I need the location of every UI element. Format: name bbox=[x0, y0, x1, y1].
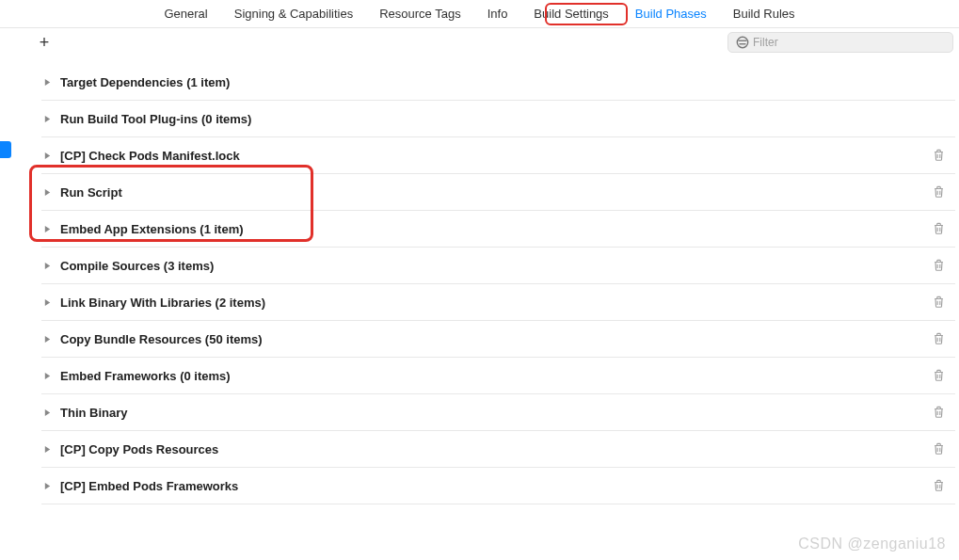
phase-label: Copy Bundle Resources (50 items) bbox=[60, 332, 931, 346]
phase-row[interactable]: [CP] Embed Pods Frameworks bbox=[41, 468, 955, 504]
selection-indicator bbox=[0, 141, 11, 158]
trash-icon[interactable] bbox=[931, 478, 946, 493]
phase-label: Thin Binary bbox=[60, 406, 931, 420]
filter-field-wrap[interactable] bbox=[727, 32, 953, 53]
phase-label: Embed App Extensions (1 item) bbox=[60, 222, 931, 236]
phase-label: [CP] Embed Pods Frameworks bbox=[60, 479, 931, 493]
phase-label: Embed Frameworks (0 items) bbox=[60, 369, 931, 383]
chevron-right-icon[interactable] bbox=[41, 76, 53, 88]
phase-row[interactable]: Run Build Tool Plug-ins (0 items) bbox=[41, 101, 955, 137]
phase-list: Target Dependencies (1 item)Run Build To… bbox=[41, 64, 955, 504]
phase-label: [CP] Check Pods Manifest.lock bbox=[60, 149, 931, 163]
trash-icon[interactable] bbox=[931, 258, 946, 273]
trash-icon[interactable] bbox=[931, 405, 946, 420]
trash-icon[interactable] bbox=[931, 368, 946, 383]
tab-build-settings[interactable]: Build Settings bbox=[520, 0, 622, 28]
phase-row[interactable]: [CP] Copy Pods Resources bbox=[41, 431, 955, 468]
left-gutter bbox=[0, 28, 14, 560]
phase-row[interactable]: Copy Bundle Resources (50 items) bbox=[41, 321, 955, 358]
trash-icon[interactable] bbox=[931, 184, 946, 200]
phase-label: Link Binary With Libraries (2 items) bbox=[60, 296, 931, 310]
chevron-right-icon[interactable] bbox=[41, 370, 53, 381]
trash-icon[interactable] bbox=[931, 295, 946, 310]
phase-row[interactable]: Embed App Extensions (1 item) bbox=[41, 211, 955, 248]
phase-label: Run Build Tool Plug-ins (0 items) bbox=[60, 112, 955, 126]
phase-row[interactable]: [CP] Check Pods Manifest.lock bbox=[41, 137, 955, 174]
content-area: + Target Dependencies (1 item)Run Build … bbox=[28, 28, 955, 504]
phase-label: Compile Sources (3 items) bbox=[60, 259, 931, 273]
phase-label: Run Script bbox=[60, 185, 931, 200]
phase-row[interactable]: Link Binary With Libraries (2 items) bbox=[41, 284, 955, 321]
chevron-right-icon[interactable] bbox=[41, 150, 53, 161]
chevron-right-icon[interactable] bbox=[41, 480, 53, 491]
tab-build-rules[interactable]: Build Rules bbox=[720, 0, 808, 28]
chevron-right-icon[interactable] bbox=[41, 296, 53, 308]
trash-icon[interactable] bbox=[931, 221, 946, 236]
phase-row[interactable]: Run Script bbox=[41, 174, 955, 211]
tab-build-phases[interactable]: Build Phases bbox=[622, 0, 720, 28]
tab-resource-tags[interactable]: Resource Tags bbox=[366, 0, 473, 28]
phase-row[interactable]: Thin Binary bbox=[41, 394, 955, 431]
toolbar: + bbox=[28, 28, 955, 56]
chevron-right-icon[interactable] bbox=[41, 333, 53, 344]
chevron-right-icon[interactable] bbox=[41, 443, 53, 455]
phase-row[interactable]: Target Dependencies (1 item) bbox=[41, 64, 955, 101]
phase-label: Target Dependencies (1 item) bbox=[60, 75, 955, 89]
chevron-right-icon[interactable] bbox=[41, 186, 53, 198]
phase-row[interactable]: Embed Frameworks (0 items) bbox=[41, 358, 955, 394]
phase-row[interactable]: Compile Sources (3 items) bbox=[41, 248, 955, 284]
trash-icon[interactable] bbox=[931, 331, 946, 346]
watermark: CSDN @zenganiu18 bbox=[798, 536, 946, 552]
tab-info[interactable]: Info bbox=[474, 0, 521, 28]
add-phase-button[interactable]: + bbox=[32, 30, 56, 55]
chevron-right-icon[interactable] bbox=[41, 260, 53, 271]
chevron-right-icon[interactable] bbox=[41, 407, 53, 418]
chevron-right-icon[interactable] bbox=[41, 113, 53, 124]
filter-input[interactable] bbox=[753, 36, 945, 49]
trash-icon[interactable] bbox=[931, 441, 946, 456]
svg-point-0 bbox=[737, 37, 747, 47]
phase-label: [CP] Copy Pods Resources bbox=[60, 442, 931, 456]
trash-icon[interactable] bbox=[931, 148, 946, 163]
tab-signing[interactable]: Signing & Capabilities bbox=[221, 0, 366, 28]
tab-bar: General Signing & Capabilities Resource … bbox=[0, 0, 959, 28]
filter-icon bbox=[736, 36, 749, 49]
chevron-right-icon[interactable] bbox=[41, 223, 53, 234]
tab-general[interactable]: General bbox=[151, 0, 220, 28]
